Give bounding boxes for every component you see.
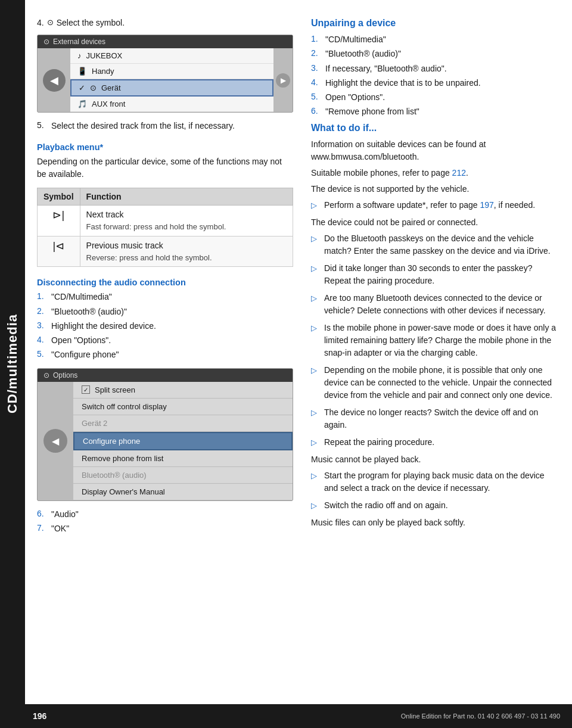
u-step-4-text: Highlight the device that is to be unpai… [325,77,481,89]
configure-phone-label: Configure phone [83,437,140,446]
bullet-arrow-2-1: ▷ [311,233,319,257]
bullet-3-2: ▷ Switch the radio off and on again. [311,499,560,512]
d-step-2-text: "Bluetooth® (audio)" [51,306,127,318]
after-step-6: 6. "Audio" [37,508,293,520]
jukebox-icon: ♪ [77,51,82,60]
list-item-aux[interactable]: 🎵 AUX front [70,97,273,112]
device-scroll-1: ▶ [273,48,293,112]
bullet-2-2: ▷ Did it take longer than 30 seconds to … [311,262,560,287]
para-3: The device is not supported by the vehic… [311,183,560,195]
table-header-symbol: Symbol [38,188,80,206]
para-6: Music files can only be played back soft… [311,517,560,529]
bullet-2-2-text: Did it take longer than 30 seconds to en… [324,262,560,287]
menu-item-split[interactable]: ✓ Split screen [73,382,293,399]
menu-item-remove-phone[interactable]: Remove phone from list [73,450,293,467]
step-4-icon: ⊙ [47,18,54,27]
bullet-2-6-text: The device no longer reacts? Switch the … [324,406,560,431]
sidebar-label: CD/multimedia [5,314,20,413]
u-step-1-num: 1. [311,33,322,45]
scroll-btn-1[interactable]: ▶ [276,73,290,88]
step-5-num: 5. [37,120,48,132]
d-step-4-text: Open "Options". [51,334,111,346]
step-5-text: Select the desired track from the list, … [51,120,235,132]
para-5: Music cannot be played back. [311,453,560,466]
right-column: Unpairing a device 1. "CD/Multimedia" 2.… [311,18,560,537]
d-step-2-num: 2. [37,306,48,318]
prev-track-sub: Reverse: press and hold the symbol. [86,252,287,264]
list-item-jukebox[interactable]: ♪ JUKEBOX [70,48,273,64]
bullet-arrow-2-4: ▷ [311,322,319,359]
disconnect-step-1: 1. "CD/Multimedia" [37,291,293,303]
u-step-3-text: If necessary, "Bluetooth® audio". [325,63,447,74]
u-step-2-text: "Bluetooth® (audio)" [325,48,401,60]
playback-desc: Depending on the particular device, some… [37,155,293,181]
bullet-1: ▷ Perform a software update*, refer to p… [311,199,560,211]
page-number: 196 [33,711,46,721]
prev-track-main: Previous music track [86,239,287,252]
after-7-text: "OK" [51,522,69,534]
para-2: Suitable mobile phones, refer to page 21… [311,167,560,179]
bullet-2-7: ▷ Repeat the pairing procedure. [311,436,560,449]
bullet-3-1-text: Start the program for playing back music… [324,469,560,494]
bullet-3-1: ▷ Start the program for playing back mus… [311,469,560,494]
para-2-link[interactable]: 212 [452,168,466,178]
device-nav-1: ◀ [38,48,70,112]
bullet-2-1: ▷ Do the Bluetooth passkeys on the devic… [311,232,560,257]
left-column: 4. ⊙ Select the symbol. ⊙ External devic… [37,18,293,537]
aux-icon: 🎵 [77,99,87,108]
d-step-4-num: 4. [37,334,48,346]
what-todo-heading: What to do if... [311,123,560,133]
u-step-6-num: 6. [311,105,322,117]
step-4-text: Select the symbol. [57,18,125,27]
split-check-box[interactable]: ✓ [82,385,90,394]
d-step-3-text: Highlight the desired device. [51,320,156,332]
device-body-1: ◀ ♪ JUKEBOX 📱 Handy ✓ [38,48,293,112]
para-4: The device could not be paired or connec… [311,216,560,229]
nav-circle-1[interactable]: ◀ [43,69,66,92]
after-6-num: 6. [37,508,48,520]
bullet-3-2-text: Switch the radio off and on again. [324,499,448,512]
options-nav-circle[interactable]: ◀ [43,429,67,453]
sidebar: CD/multimedia [0,0,25,728]
menu-item-switch-off[interactable]: Switch off control display [73,399,293,415]
bullet-2-3-text: Are too many Bluetooth devices connected… [324,292,560,317]
next-track-main: Next track [86,209,287,221]
bullet-arrow-2-7: ▷ [311,437,319,449]
bullet-2-5: ▷ Depending on the mobile phone, it is p… [311,364,560,402]
handy-label: Handy [92,67,114,76]
bullet-2-7-text: Repeat the pairing procedure. [324,436,434,449]
table-header-function: Function [80,188,293,206]
disconnect-heading: Disconnecting the audio connection [37,278,293,287]
list-item-gerat[interactable]: ✓ ⊙ Gerät [70,79,273,97]
device-list-1: ♪ JUKEBOX 📱 Handy ✓ ⊙ Gerät [70,48,273,112]
device-header-1: ⊙ External devices [38,35,293,48]
after-6-text: "Audio" [51,508,79,520]
list-item-handy[interactable]: 📱 Handy [70,64,273,79]
owners-manual-label: Display Owner's Manual [82,487,165,496]
options-header: ⊙ Options [38,369,293,382]
disconnect-step-3: 3. Highlight the desired device. [37,320,293,332]
u-step-6-text: "Remove phone from list" [325,105,419,117]
bullet-arrow-2-6: ▷ [311,407,319,431]
bullet-arrow-2-5: ▷ [311,365,319,402]
menu-item-owners-manual[interactable]: Display Owner's Manual [73,484,293,500]
unpair-step-6: 6. "Remove phone from list" [311,105,560,117]
bullet-2-1-text: Do the Bluetooth passkeys on the device … [324,232,560,257]
next-track-func: Next track Fast forward: press and hold … [80,206,293,237]
symbol-table: Symbol Function ⊳| Next track Fast forwa… [37,188,293,267]
menu-item-gerat2: Gerät 2 [73,415,293,432]
gerat-icon: ⊙ [90,83,97,92]
device-header-title-1: External devices [53,38,105,46]
after-7-num: 7. [37,522,48,534]
menu-item-configure-phone[interactable]: Configure phone [73,432,293,450]
options-header-icon: ⊙ [43,371,49,379]
u-step-4-num: 4. [311,77,322,89]
step-4-num: 4. [37,18,44,27]
options-body: ◀ ✓ Split screen Switch off control disp… [38,382,293,500]
disconnect-step-5: 5. "Configure phone" [37,349,293,360]
bullet-1-link[interactable]: 197 [480,200,493,210]
next-track-sub: Fast forward: press and hold the symbol. [86,221,287,233]
unpair-step-1: 1. "CD/Multimedia" [311,33,560,45]
footer-text: Online Edition for Part no. 01 40 2 606 … [401,713,560,720]
split-screen-label: Split screen [95,385,135,394]
